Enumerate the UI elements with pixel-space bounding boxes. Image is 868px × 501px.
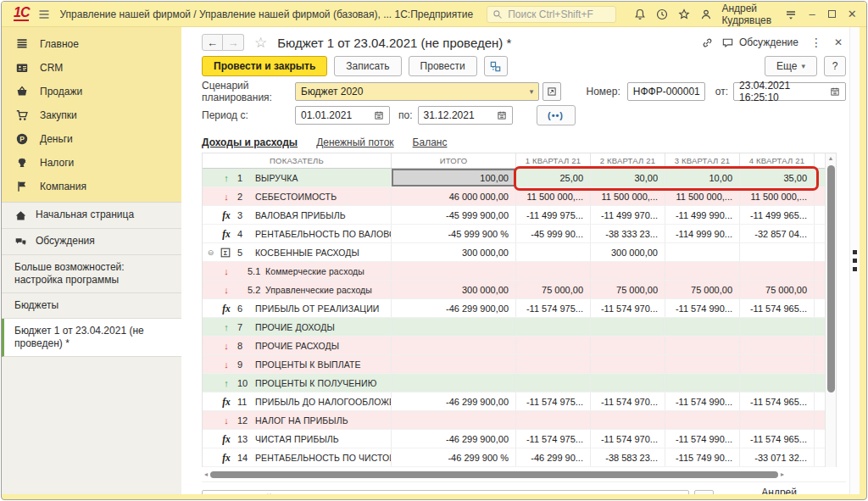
cell-indicator[interactable]: ↓5.2Управленческие расходы (203, 281, 392, 298)
comment-more-button[interactable]: ... (694, 490, 714, 495)
cell-quarter-2[interactable] (591, 262, 665, 280)
period-to-input[interactable]: 31.12.2021 (418, 106, 513, 125)
cell-quarter-4[interactable] (740, 374, 815, 392)
cell-quarter-3[interactable] (665, 243, 740, 261)
cell-quarter-1[interactable]: -11 574 975... (516, 299, 591, 317)
favorite-toggle-icon[interactable]: ☆ (254, 34, 267, 52)
cell-quarter-4[interactable] (740, 337, 815, 354)
cell-indicator[interactable]: ↓12НАЛОГ НА ПРИБЫЛЬ (203, 411, 392, 429)
scenario-open-button[interactable] (542, 82, 560, 101)
cell-quarter-3[interactable]: 11 500 000,... (665, 187, 740, 205)
sidebar-item-crm[interactable]: CRM (2, 56, 181, 80)
cell-quarter-4[interactable]: 11 500 000,... (740, 187, 815, 205)
period-picker-button[interactable]: (••) (537, 105, 576, 125)
cell-total[interactable]: -46 299 900,00 (392, 430, 516, 448)
cell-quarter-3[interactable] (665, 374, 740, 392)
sidebar-nav-item[interactable]: Начальная страница (2, 203, 181, 229)
sidebar-item-компания[interactable]: Компания (2, 175, 181, 198)
help-button[interactable]: ? (824, 56, 846, 76)
cell-indicator[interactable]: ↑10ПРОЦЕНТЫ К ПОЛУЧЕНИЮ (203, 374, 392, 392)
cell-quarter-1[interactable]: 75 000,00 (516, 281, 591, 298)
cell-total[interactable]: 46 000 000,00 (392, 187, 516, 205)
cell-quarter-1[interactable] (516, 262, 591, 280)
column-header[interactable]: 4 КВАРТАЛ 21 (740, 153, 815, 168)
cell-quarter-1[interactable]: -11 574 975... (516, 430, 591, 448)
cell-quarter-4[interactable] (740, 318, 815, 336)
cell-quarter-2[interactable] (591, 355, 665, 373)
tab-active[interactable]: Доходы и расходы (202, 136, 298, 148)
cell-quarter-3[interactable] (665, 411, 740, 429)
sidebar-item-main[interactable]: Главное (2, 32, 181, 56)
sidebar-item-деньги[interactable]: РДеньги (2, 127, 181, 151)
cell-total[interactable]: 100,00 (392, 169, 516, 186)
cell-quarter-1[interactable] (516, 355, 591, 373)
more-actions-button[interactable]: Еще▾ (765, 56, 817, 76)
cell-quarter-1[interactable] (516, 337, 591, 354)
cell-quarter-2[interactable] (591, 318, 665, 336)
cell-quarter-1[interactable] (516, 411, 591, 429)
sidebar-nav-item[interactable]: Бюджеты (2, 293, 181, 319)
table-row[interactable]: ↓8ПРОЧИЕ РАСХОДЫ (203, 337, 836, 355)
table-row[interactable]: ↑10ПРОЦЕНТЫ К ПОЛУЧЕНИЮ (203, 374, 836, 392)
cell-quarter-2[interactable]: -38 583 23... (591, 448, 665, 466)
cell-indicator[interactable]: ↓8ПРОЧИЕ РАСХОДЫ (203, 337, 392, 354)
sidebar-item-продажи[interactable]: Продажи (2, 80, 181, 103)
cell-indicator[interactable]: ↓9ПРОЦЕНТЫ К ВЫПЛАТЕ (203, 355, 392, 373)
column-header[interactable]: 1 КВАРТАЛ 21 (516, 153, 591, 168)
history-icon[interactable] (655, 7, 669, 22)
document-structure-button[interactable] (484, 56, 508, 76)
calendar-icon[interactable] (497, 110, 507, 120)
vertical-scrollbar[interactable]: ▲ (825, 153, 836, 467)
right-panel-grip[interactable] (849, 27, 860, 494)
forward-button[interactable]: → (223, 34, 244, 51)
cell-quarter-1[interactable] (516, 243, 591, 261)
cell-quarter-4[interactable]: -33 071 32... (740, 448, 815, 466)
cell-total[interactable]: -46 299 900 % (392, 448, 516, 466)
cell-quarter-3[interactable]: -11 574 990... (665, 299, 740, 317)
comment-input[interactable]: Комментарий (202, 490, 689, 495)
get-link-icon[interactable] (699, 35, 715, 50)
table-row[interactable]: fx3ВАЛОВАЯ ПРИБЫЛЬ-45 999 900,00-11 499 … (203, 206, 836, 225)
cell-quarter-1[interactable] (516, 374, 591, 392)
user-icon[interactable] (699, 7, 713, 22)
scroll-right-icon[interactable]: ▸ (778, 470, 787, 478)
cell-quarter-2[interactable]: -11 499 970... (591, 206, 665, 224)
cell-quarter-4[interactable]: -11 574 965... (740, 299, 815, 317)
tab-link[interactable]: Баланс (413, 136, 448, 148)
column-header[interactable]: ИТОГО (392, 153, 516, 168)
cell-quarter-3[interactable]: 10,00 (665, 169, 740, 186)
cell-total[interactable] (392, 318, 516, 336)
cell-quarter-2[interactable]: -11 574 970... (591, 430, 665, 448)
sidebar-splitter[interactable] (181, 27, 188, 494)
collapse-expander-icon[interactable]: ⊖ (206, 248, 215, 257)
cell-quarter-4[interactable] (740, 262, 815, 280)
favorites-star-icon[interactable] (677, 7, 691, 22)
minimize-button[interactable]: – (806, 8, 818, 20)
current-user-name[interactable]: Андрей Кудрявцев (721, 3, 776, 26)
close-form-button[interactable]: ✕ (834, 36, 846, 48)
cell-total[interactable]: -46 299 900,00 (392, 392, 516, 410)
cell-quarter-2[interactable] (591, 337, 665, 354)
cell-quarter-2[interactable]: 11 500 000,... (591, 187, 665, 205)
cell-indicator[interactable]: fx11ПРИБЫЛЬ ДО НАЛОГООБЛОЖЕНИЯ (203, 392, 392, 410)
cell-indicator[interactable]: fx3ВАЛОВАЯ ПРИБЫЛЬ (203, 206, 392, 224)
cell-indicator[interactable]: fx13ЧИСТАЯ ПРИБЫЛЬ (203, 430, 392, 448)
cell-indicator[interactable]: ↑7ПРОЧИЕ ДОХОДЫ (203, 318, 392, 336)
sidebar-nav-item[interactable]: Больше возможностей: настройка программы (2, 255, 181, 293)
table-row[interactable]: fx11ПРИБЫЛЬ ДО НАЛОГООБЛОЖЕНИЯ-46 299 90… (203, 392, 836, 411)
cell-total[interactable] (392, 337, 516, 354)
table-row[interactable]: ↓5.2Управленческие расходы300 000,0075 0… (203, 281, 836, 299)
period-from-input[interactable]: 01.01.2021 (295, 106, 390, 125)
maximize-button[interactable] (826, 8, 838, 20)
cell-quarter-4[interactable]: 75 000,00 (740, 281, 815, 298)
table-row[interactable]: ⊖Σ5КОСВЕННЫЕ РАСХОДЫ300 000,00300 000,00 (203, 243, 836, 262)
cell-indicator[interactable]: ↓2СЕБЕСТОИМОСТЬ (203, 187, 392, 205)
sidebar-item-налоги[interactable]: Налоги (2, 151, 181, 175)
cell-total[interactable] (392, 411, 516, 429)
horizontal-scroll-thumb[interactable] (210, 471, 778, 478)
cell-quarter-4[interactable]: -11 499 965... (740, 206, 815, 224)
cell-quarter-3[interactable]: -115 749 90... (665, 448, 740, 466)
cell-quarter-4[interactable]: 35,00 (740, 169, 815, 186)
search-input[interactable]: Поиск Ctrl+Shift+F (487, 6, 616, 23)
sidebar-item-закупки[interactable]: Закупки (2, 103, 181, 127)
